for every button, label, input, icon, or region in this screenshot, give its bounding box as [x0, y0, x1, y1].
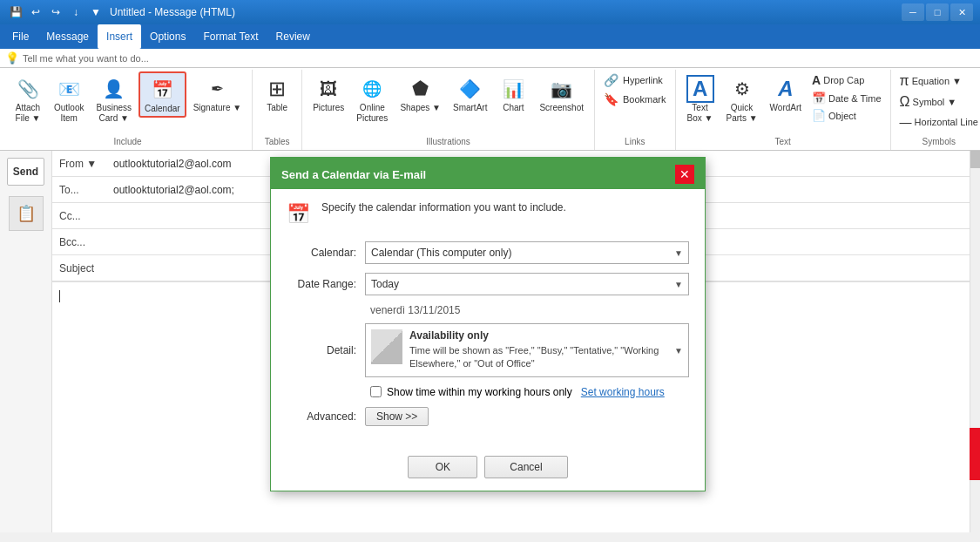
attach-file-button[interactable]: 📎 AttachFile ▼: [9, 71, 47, 127]
pictures-button[interactable]: 🖼 Pictures: [308, 71, 349, 116]
ok-button[interactable]: OK: [408, 456, 477, 478]
restore-button[interactable]: □: [926, 3, 949, 21]
working-hours-checkbox[interactable]: [370, 386, 382, 397]
horizontal-line-icon: —: [900, 115, 912, 129]
calendar-row: Calendar: Calendar (This computer only) …: [287, 241, 689, 264]
object-button[interactable]: 📄 Object: [808, 107, 885, 124]
text-box-icon: A: [686, 75, 714, 103]
business-card-label: BusinessCard ▼: [96, 103, 132, 124]
from-label[interactable]: From ▼: [59, 158, 112, 170]
symbols-col: π Equation ▼ Ω Symbol ▼ — Horizontal Lin…: [896, 71, 980, 131]
text-box-button[interactable]: A TextBox ▼: [681, 71, 720, 127]
menu-options[interactable]: Options: [141, 24, 194, 49]
minimize-button[interactable]: ─: [902, 3, 924, 21]
down-icon[interactable]: ↓: [67, 3, 84, 21]
signature-label: Signature ▼: [193, 103, 241, 112]
cancel-button[interactable]: Cancel: [484, 456, 567, 478]
attach-file-label: AttachFile ▼: [16, 103, 41, 124]
menu-file[interactable]: File: [3, 24, 37, 49]
menu-review[interactable]: Review: [267, 24, 319, 49]
attach-file-icon: 📎: [14, 75, 42, 103]
horizontal-line-button[interactable]: — Horizontal Line: [896, 113, 980, 131]
calendar-select[interactable]: Calendar (This computer only) ▼: [365, 241, 689, 264]
date-time-icon: 📅: [812, 91, 826, 105]
dialog-body: 📅 Specify the calendar information you w…: [271, 189, 705, 449]
ribbon: 📎 AttachFile ▼ 📧 OutlookItem 👤 BusinessC…: [0, 68, 980, 151]
shapes-button[interactable]: ⬟ Shapes ▼: [395, 71, 446, 116]
signature-button[interactable]: ✒ Signature ▼: [188, 71, 247, 116]
quick-parts-label: QuickParts ▼: [727, 103, 758, 124]
menu-insert[interactable]: Insert: [98, 24, 141, 49]
business-card-button[interactable]: 👤 BusinessCard ▼: [91, 71, 137, 127]
ribbon-group-illustrations: 🖼 Pictures 🌐 OnlinePictures ⬟ Shapes ▼ 🔷…: [302, 70, 595, 150]
title-bar: 💾 ↩ ↪ ↓ ▼ Untitled - Message (HTML) ─ □ …: [0, 0, 980, 24]
detail-desc-text: Time will be shown as "Free," "Busy," "T…: [409, 344, 683, 371]
chart-button[interactable]: 📊 Chart: [494, 71, 532, 116]
detail-select[interactable]: Availability only Time will be shown as …: [365, 323, 689, 377]
set-working-hours-link[interactable]: Set working hours: [581, 386, 665, 398]
cc-label[interactable]: Cc...: [59, 210, 112, 222]
to-label[interactable]: To...: [59, 184, 112, 196]
detail-label: Detail:: [287, 344, 365, 356]
wordart-label: WordArt: [770, 103, 802, 112]
working-hours-row: Show time within my working hours only S…: [370, 386, 689, 398]
bookmark-button[interactable]: 🔖 Bookmark: [600, 91, 670, 108]
outlook-item-button[interactable]: 📧 OutlookItem: [49, 71, 89, 127]
equation-button[interactable]: π Equation ▼: [896, 71, 980, 91]
calendar-field-label: Calendar:: [287, 247, 365, 259]
ribbon-symbols-items: π Equation ▼ Ω Symbol ▼ — Horizontal Lin…: [896, 71, 980, 137]
undo-icon[interactable]: ↩: [27, 3, 44, 21]
detail-area-wrap: Availability only Time will be shown as …: [365, 323, 689, 377]
date-display-text: venerdì 13/11/2015: [370, 304, 689, 316]
ribbon-include-items: 📎 AttachFile ▼ 📧 OutlookItem 👤 BusinessC…: [9, 71, 247, 137]
tables-group-label: Tables: [265, 137, 290, 148]
save-icon[interactable]: 💾: [7, 3, 24, 21]
menu-message[interactable]: Message: [37, 24, 98, 49]
advanced-row: Advanced: Show >>: [287, 407, 689, 426]
quick-parts-button[interactable]: ⚙ QuickParts ▼: [721, 71, 763, 127]
close-button[interactable]: ✕: [950, 3, 973, 21]
table-label: Table: [267, 103, 287, 112]
wordart-button[interactable]: A WordArt: [765, 71, 808, 116]
table-button[interactable]: ⊞ Table: [258, 71, 296, 116]
date-range-select[interactable]: Today ▼: [365, 273, 689, 295]
date-range-row: Date Range: Today ▼: [287, 273, 689, 295]
advanced-show-button[interactable]: Show >>: [365, 407, 429, 426]
calendar-select-wrap: Calendar (This computer only) ▼: [365, 241, 689, 264]
business-card-icon: 👤: [100, 75, 128, 103]
ribbon-group-text: A TextBox ▼ ⚙ QuickParts ▼ A WordArt A D…: [676, 70, 891, 150]
pictures-label: Pictures: [313, 103, 344, 112]
equation-icon: π: [900, 73, 909, 89]
hyperlink-button[interactable]: 🔗 Hyperlink: [600, 71, 670, 89]
ribbon-group-symbols: π Equation ▼ Ω Symbol ▼ — Horizontal Lin…: [891, 70, 980, 150]
date-time-button[interactable]: 📅 Date & Time: [808, 90, 885, 106]
online-pictures-button[interactable]: 🌐 OnlinePictures: [351, 71, 393, 127]
scrollbar-thumb[interactable]: [970, 151, 980, 168]
menu-format-text[interactable]: Format Text: [194, 24, 267, 49]
symbol-button[interactable]: Ω Symbol ▼: [896, 92, 980, 112]
bcc-label[interactable]: Bcc...: [59, 236, 112, 248]
outlook-item-label: OutlookItem: [54, 103, 84, 124]
quick-access-toolbar: 💾 ↩ ↪ ↓ ▼: [7, 3, 105, 21]
advanced-label: Advanced:: [287, 410, 365, 423]
screenshot-label: Screenshot: [539, 103, 584, 112]
smartart-button[interactable]: 🔷 SmartArt: [448, 71, 492, 116]
symbols-group-label: Symbols: [923, 137, 956, 148]
send-button[interactable]: Send: [7, 158, 44, 186]
symbol-icon: Ω: [900, 94, 910, 110]
redo-icon[interactable]: ↪: [47, 3, 64, 21]
shapes-label: Shapes ▼: [400, 103, 441, 112]
email-sidebar: Send 📋: [0, 151, 52, 532]
drop-cap-button[interactable]: A Drop Cap: [808, 71, 885, 89]
dialog-footer: OK Cancel: [271, 449, 705, 491]
calendar-select-text: Calendar (This computer only): [371, 247, 683, 259]
ribbon-group-tables: ⊞ Table Tables: [253, 70, 302, 150]
dropdown-icon[interactable]: ▼: [87, 3, 105, 21]
tell-me-bar[interactable]: 💡 Tell me what you want to do...: [0, 49, 980, 68]
calendar-button[interactable]: 📅 Calendar: [139, 71, 186, 118]
text-small-buttons: A Drop Cap 📅 Date & Time 📄 Object: [808, 71, 885, 124]
ribbon-group-links: 🔗 Hyperlink 🔖 Bookmark Links: [595, 70, 676, 150]
screenshot-button[interactable]: 📷 Screenshot: [534, 71, 589, 116]
pictures-icon: 🖼: [314, 75, 342, 103]
dialog-close-button[interactable]: ✕: [675, 165, 694, 184]
